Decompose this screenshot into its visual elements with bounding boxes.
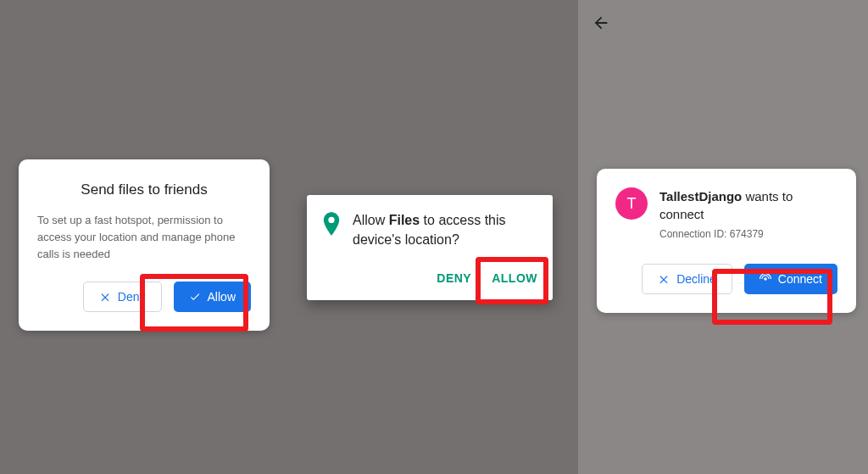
allow-label: Allow (208, 290, 236, 304)
msg-prefix: Allow (353, 213, 389, 227)
arrow-left-icon (592, 14, 610, 32)
cid-label: Connection ID: (659, 228, 730, 240)
allow-button[interactable]: ALLOW (492, 271, 537, 285)
close-icon (658, 273, 670, 285)
svg-point-0 (328, 217, 334, 223)
dialog-description: To set up a fast hotspot, permission to … (37, 212, 251, 263)
connect-label: Connect (778, 272, 822, 286)
dialog-actions: Deny Allow (37, 282, 251, 312)
connect-request-dialog: T TallestDjango wants to connect Connect… (597, 169, 856, 313)
location-pin-icon (322, 212, 341, 249)
broadcast-icon (760, 273, 771, 285)
deny-label: Deny (118, 290, 146, 304)
user-name: TallestDjango (659, 189, 742, 204)
avatar: T (615, 187, 648, 220)
permission-message: Allow Files to access this device's loca… (353, 210, 537, 249)
check-icon (189, 291, 201, 303)
msg-app: Files (389, 213, 420, 227)
permission-actions: DENY ALLOW (322, 271, 537, 285)
connect-message: TallestDjango wants to connect (659, 187, 837, 223)
location-permission-dialog: Allow Files to access this device's loca… (307, 195, 553, 300)
connect-actions: Decline Connect (615, 264, 837, 294)
cid-value: 674379 (730, 228, 764, 240)
decline-button[interactable]: Decline (642, 264, 732, 294)
send-files-dialog: Send files to friends To set up a fast h… (19, 159, 270, 331)
deny-button[interactable]: Deny (83, 282, 162, 312)
avatar-letter: T (627, 195, 637, 213)
allow-button[interactable]: Allow (174, 282, 251, 312)
connect-button[interactable]: Connect (744, 264, 837, 294)
decline-label: Decline (676, 272, 716, 286)
back-button[interactable] (592, 14, 610, 36)
connection-id: Connection ID: 674379 (659, 228, 837, 240)
deny-button[interactable]: DENY (437, 271, 471, 285)
close-icon (99, 291, 111, 303)
dialog-title: Send files to friends (37, 181, 251, 198)
svg-point-1 (764, 277, 767, 281)
